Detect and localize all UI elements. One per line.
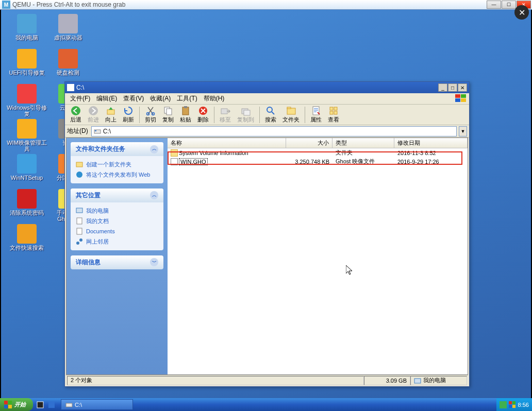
details-header[interactable]: 详细信息﹀	[71, 255, 163, 269]
cut-button[interactable]: 剪切	[142, 105, 159, 124]
system-tray[interactable]: 8:56	[496, 398, 532, 411]
desktop-icon[interactable]: 虚拟驱动器	[47, 13, 89, 48]
menu-view[interactable]: 查看(V)	[120, 93, 147, 104]
moveto-button[interactable]: 移至	[217, 105, 234, 124]
svg-rect-34	[414, 379, 421, 383]
delete-button[interactable]: 删除	[194, 105, 212, 124]
tray-icon[interactable]	[509, 401, 516, 408]
folders-button[interactable]: 文件夹	[279, 105, 303, 124]
menu-file[interactable]: 文件(F)	[67, 93, 93, 104]
place-my-computer[interactable]: 我的电脑	[76, 206, 158, 216]
tray-icon[interactable]	[500, 401, 507, 408]
windows-logo-icon	[4, 401, 12, 409]
desktop-icon[interactable]: WIM映像管理工具	[6, 118, 47, 153]
file-tasks-header[interactable]: 文件和文件夹任务︿	[71, 142, 163, 156]
other-places-panel: 其它位置︿ 我的电脑 我的文档 Documents 网上邻居	[71, 189, 163, 250]
svg-rect-22	[334, 107, 337, 110]
address-dropdown-button[interactable]: ▼	[459, 126, 467, 136]
file-tasks-panel: 文件和文件夹任务︿ 创建一个新文件夹 将这个文件夹发布到 Web	[71, 142, 163, 183]
explorer-title: C:\	[76, 84, 84, 91]
qemu-minimize-button[interactable]: —	[487, 1, 501, 9]
up-button[interactable]: 向上	[102, 105, 120, 124]
drive-icon	[94, 128, 101, 135]
desktop-icon[interactable]: 硬盘检测	[47, 48, 89, 83]
menu-help[interactable]: 帮助(H)	[201, 93, 228, 104]
desktop-icon[interactable]: 清除系统密码	[6, 188, 47, 223]
window-minimize-button[interactable]: _	[438, 83, 447, 92]
refresh-button[interactable]: 刷新	[120, 105, 137, 124]
file-row[interactable]: System Volume Information文件夹2016-11-3 8:…	[168, 148, 468, 157]
desktop[interactable]: 我的电脑虚拟驱动器UEFI引导修复硬盘检测Widnows引导修复云骑士WIM映像…	[1, 10, 531, 398]
svg-rect-36	[8, 401, 12, 404]
svg-rect-21	[330, 107, 333, 110]
place-my-documents[interactable]: 我的文档	[76, 216, 158, 226]
start-button[interactable]: 开始	[0, 398, 33, 411]
col-type[interactable]: 类型	[332, 138, 394, 148]
col-size[interactable]: 大小	[286, 138, 332, 148]
svg-point-5	[89, 106, 98, 115]
svg-rect-42	[500, 401, 507, 408]
task-new-folder[interactable]: 创建一个新文件夹	[76, 159, 158, 169]
file-list[interactable]: System Volume Information文件夹2016-11-3 8:…	[168, 148, 468, 374]
search-button[interactable]: 搜索	[262, 105, 279, 124]
svg-rect-12	[184, 106, 187, 108]
chevron-up-icon: ︿	[150, 191, 158, 199]
properties-button[interactable]: 属性	[307, 105, 325, 124]
drive-icon	[65, 401, 73, 408]
address-input[interactable]: C:\	[91, 126, 457, 136]
other-places-header[interactable]: 其它位置︿	[71, 189, 163, 202]
menu-favorites[interactable]: 收藏(A)	[147, 93, 174, 104]
col-date[interactable]: 修改日期	[394, 138, 468, 148]
task-publish-web[interactable]: 将这个文件夹发布到 Web	[76, 169, 158, 180]
tray-clock[interactable]: 8:56	[518, 402, 529, 408]
qemu-maximize-button[interactable]: ☐	[502, 1, 516, 9]
menu-edit[interactable]: 编辑(E)	[93, 93, 120, 104]
desktop-icon[interactable]: UEFI引导修复	[6, 48, 47, 83]
window-close-button[interactable]: ✕	[458, 83, 467, 92]
quick-launch	[33, 400, 59, 410]
svg-rect-19	[287, 107, 291, 109]
desktop-icon[interactable]: 文件快速搜索	[6, 223, 47, 258]
quick-launch-item[interactable]	[46, 400, 57, 410]
qemu-title-text: QEMU - Press Ctrl-Alt to exit mouse grab	[12, 1, 125, 8]
menu-tools[interactable]: 工具(T)	[174, 93, 200, 104]
svg-rect-39	[37, 402, 43, 408]
desktop-icon[interactable]: 我的电脑	[6, 13, 47, 48]
copyto-button[interactable]: 复制到	[234, 105, 257, 124]
status-bar: 2 个对象 3.09 GB 我的电脑	[66, 375, 468, 385]
svg-rect-18	[287, 108, 295, 114]
file-row[interactable]: WIN.GHO3,250,748 KBGhost 映像文件2016-9-29 1…	[168, 157, 468, 166]
svg-rect-38	[8, 405, 12, 408]
column-headers: 名称 大小 类型 修改日期	[168, 138, 468, 148]
taskbar: 开始 C:\ 8:56	[0, 398, 532, 411]
desktop-icon[interactable]: Widnows引导修复	[6, 83, 47, 118]
svg-rect-6	[107, 110, 114, 114]
svg-point-32	[76, 242, 79, 245]
explorer-titlebar[interactable]: C:\ _ □ ✕	[65, 82, 469, 93]
chevron-up-icon: ︿	[150, 145, 158, 153]
taskbar-window-button[interactable]: C:\	[61, 399, 133, 410]
svg-rect-2	[455, 98, 460, 102]
forward-button[interactable]: 前进	[85, 105, 102, 124]
svg-rect-11	[182, 107, 189, 115]
col-name[interactable]: 名称	[168, 138, 286, 148]
quick-launch-item[interactable]	[35, 400, 45, 410]
copy-button[interactable]: 复制	[159, 105, 177, 124]
toolbar: 后退 前进 向上 刷新 剪切 复制 粘贴 删除 移至 复制到 搜索 文件夹 属性…	[65, 105, 469, 125]
qemu-titlebar: M QEMU - Press Ctrl-Alt to exit mouse gr…	[0, 0, 532, 10]
paste-button[interactable]: 粘贴	[177, 105, 194, 124]
svg-rect-3	[461, 98, 466, 102]
back-button[interactable]: 后退	[67, 105, 85, 124]
desktop-icon[interactable]: WinNTSetup	[6, 153, 47, 188]
details-panel: 详细信息﹀	[71, 255, 163, 269]
status-object-count: 2 个对象	[67, 376, 364, 385]
chevron-down-icon: ﹀	[150, 258, 158, 266]
place-network[interactable]: 网上邻居	[76, 236, 158, 247]
window-maximize-button[interactable]: □	[448, 83, 457, 92]
svg-rect-27	[76, 162, 82, 167]
views-button[interactable]: 查看	[325, 105, 342, 124]
place-documents[interactable]: Documents	[76, 226, 158, 236]
svg-rect-44	[512, 401, 516, 404]
overlay-close-button[interactable]: ✕	[514, 5, 529, 20]
svg-rect-0	[455, 94, 460, 98]
